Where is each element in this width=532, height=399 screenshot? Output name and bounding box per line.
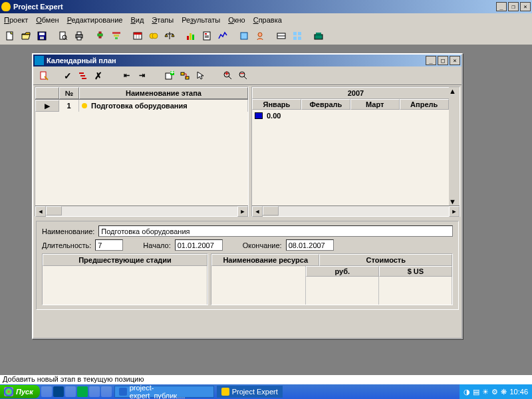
child-titlebar[interactable]: Календарный план _ □ × — [33, 55, 462, 66]
linechart-icon[interactable] — [215, 29, 230, 43]
stages-grid[interactable]: № Наименование этапа ▶ 1 Подготовка обор… — [35, 86, 249, 217]
system-tray[interactable]: ◑ ▤ ☀ ⚙ ❋ 10:46 — [460, 384, 532, 399]
start-button[interactable]: Пуск — [0, 385, 40, 398]
svg-rect-12 — [112, 32, 120, 34]
child-minimize-button[interactable]: _ — [426, 56, 436, 65]
cell-number[interactable]: 1 — [59, 100, 79, 112]
quick-launch-5[interactable] — [89, 386, 100, 397]
menu-help[interactable]: Справка — [253, 16, 282, 24]
add-stage-icon[interactable]: + — [163, 69, 176, 82]
svg-rect-3 — [40, 37, 44, 39]
right-hscroll[interactable]: ◄► — [252, 205, 460, 216]
gantt-grid[interactable]: 2007 Январь Февраль Март Апрель 0.00 ▲▼ … — [251, 86, 460, 217]
menu-view[interactable]: Вид — [130, 16, 144, 24]
zoom-out-icon[interactable]: – — [237, 69, 250, 82]
close-button[interactable]: × — [520, 2, 531, 11]
child-maximize-button[interactable]: □ — [438, 56, 448, 65]
zoom-in-icon[interactable]: + — [221, 69, 235, 82]
svg-rect-16 — [134, 33, 142, 35]
tray-icon-4[interactable]: ⚙ — [491, 388, 498, 396]
report-icon[interactable] — [200, 29, 214, 43]
menu-edit[interactable]: Редактирование — [67, 16, 123, 24]
name-field[interactable] — [98, 225, 453, 237]
menu-exchange[interactable]: Обмен — [36, 16, 59, 24]
end-field[interactable] — [286, 239, 334, 251]
cut-icon[interactable] — [93, 29, 108, 43]
quick-launch-3[interactable] — [65, 386, 76, 397]
save-icon[interactable] — [35, 29, 49, 43]
indent-left-icon[interactable]: ⇤ — [120, 69, 133, 82]
menu-results[interactable]: Результаты — [182, 16, 220, 24]
balance-icon[interactable] — [162, 29, 177, 43]
gantt-bar[interactable] — [255, 112, 263, 119]
table-row[interactable]: ▶ 1 Подготовка оборудования — [35, 100, 248, 112]
barchart-icon[interactable] — [184, 29, 198, 43]
tool3-icon[interactable] — [274, 29, 289, 43]
tray-icon-2[interactable]: ▤ — [473, 388, 479, 396]
check-icon[interactable]: ✓ — [61, 69, 74, 82]
svg-rect-47 — [181, 72, 184, 75]
quick-launch-1[interactable] — [41, 386, 52, 397]
delete-icon[interactable]: ✗ — [92, 69, 105, 82]
taskbar-item-project-expert[interactable]: Project Expert — [217, 386, 283, 398]
duration-field[interactable] — [95, 239, 123, 251]
tray-icon-3[interactable]: ☀ — [482, 388, 489, 396]
svg-point-31 — [258, 33, 262, 37]
svg-rect-25 — [192, 35, 194, 40]
quick-launch-2[interactable] — [53, 386, 64, 397]
filter-icon[interactable] — [109, 29, 124, 43]
gantt-row[interactable]: 0.00 — [252, 110, 460, 122]
resource-name-header: Наименование ресурса — [211, 254, 319, 266]
word-icon — [119, 388, 127, 396]
taskbar-item-word[interactable]: project-expert_публик.... — [114, 386, 214, 398]
tool5-icon[interactable] — [311, 29, 326, 43]
gantt-icon[interactable] — [76, 69, 90, 82]
new-icon[interactable] — [3, 29, 17, 43]
edit-stage-icon[interactable] — [37, 69, 51, 82]
taskbar: Пуск project-expert_публик.... Project E… — [0, 384, 532, 399]
indent-right-icon[interactable]: ⇥ — [135, 69, 148, 82]
calendar-plan-window: Календарный план _ □ × ✓ ✗ ⇤ ⇥ + + – — [32, 53, 463, 339]
month-mar[interactable]: Март — [350, 99, 400, 110]
month-apr[interactable]: Апрель — [400, 99, 449, 110]
tool4-icon[interactable] — [290, 29, 305, 43]
print-icon[interactable] — [72, 29, 86, 43]
resources-grid[interactable]: Наименование ресурса Стоимость руб. $ US — [211, 253, 453, 305]
app-title: Project Expert — [13, 3, 495, 11]
menu-stages[interactable]: Этапы — [152, 16, 174, 24]
preview-icon[interactable] — [56, 29, 70, 43]
start-field[interactable] — [175, 239, 223, 251]
col-number[interactable]: № — [59, 87, 79, 99]
tool2-icon[interactable] — [253, 29, 267, 43]
quick-launch-4[interactable] — [77, 386, 88, 397]
rub-header: руб. — [306, 266, 379, 277]
col-stage-name[interactable]: Наименование этапа — [79, 87, 248, 99]
pointer-icon[interactable] — [194, 69, 207, 82]
calendar-icon[interactable] — [130, 29, 145, 43]
link-icon[interactable] — [178, 69, 192, 82]
cell-stage-name[interactable]: Подготовка оборудования — [79, 100, 248, 112]
open-icon[interactable] — [19, 29, 33, 43]
child-close-button[interactable]: × — [450, 56, 460, 65]
usd-header: $ US — [379, 266, 452, 277]
app-icon — [1, 2, 11, 11]
app-titlebar: Project Expert _ ❐ × — [0, 0, 532, 13]
tray-icon-5[interactable]: ❋ — [501, 388, 507, 396]
month-jan[interactable]: Январь — [252, 99, 301, 110]
restore-button[interactable]: ❐ — [508, 2, 519, 11]
currency-icon[interactable] — [146, 29, 161, 43]
prev-stages-grid[interactable]: Предшествующие стадии — [42, 253, 208, 305]
right-vscroll[interactable]: ▲▼ — [449, 87, 460, 205]
left-hscroll[interactable]: ◄► — [35, 205, 248, 216]
quick-launch-6[interactable] — [101, 386, 112, 397]
svg-rect-11 — [98, 34, 102, 36]
menu-window[interactable]: Окно — [228, 16, 245, 24]
tool1-icon[interactable] — [237, 29, 251, 43]
clock[interactable]: 10:46 — [509, 388, 528, 396]
svg-line-6 — [66, 39, 67, 40]
menu-project[interactable]: Проект — [4, 16, 28, 24]
tray-icon-1[interactable]: ◑ — [464, 388, 470, 396]
month-feb[interactable]: Февраль — [301, 99, 350, 110]
minimize-button[interactable]: _ — [496, 2, 507, 11]
svg-rect-23 — [187, 36, 189, 40]
